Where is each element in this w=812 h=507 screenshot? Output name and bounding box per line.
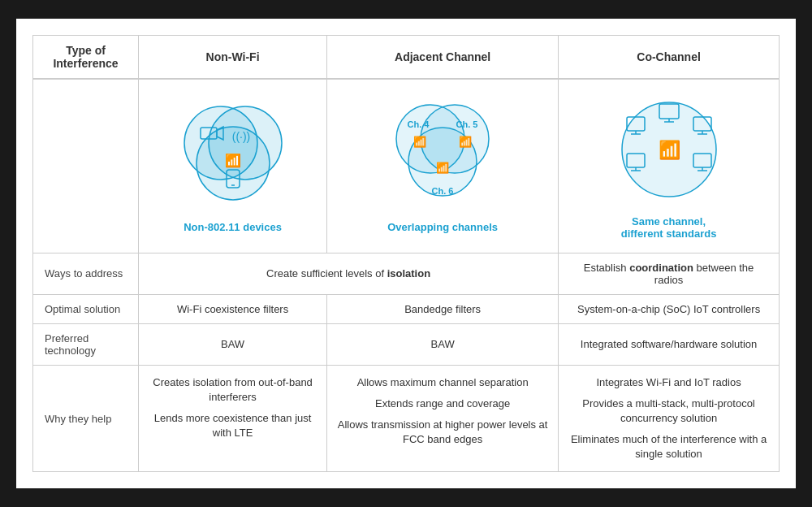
- why-row: Why they help Creates isolation from out…: [33, 365, 780, 472]
- nonwifi-svg: ((·)) 📶: [168, 98, 298, 212]
- why-col4: Integrates Wi-Fi and IoT radios Provides…: [559, 365, 780, 472]
- adjacent-label: Overlapping channels: [335, 221, 550, 233]
- svg-text:((·)): ((·)): [231, 130, 250, 143]
- diagram-row-label: [33, 79, 139, 254]
- cochannel-label: Same channel, different standards: [567, 215, 771, 240]
- optimal-label: Optimal solution: [33, 294, 139, 323]
- header-col3: Adjacent Channel: [327, 35, 559, 79]
- comparison-table: Type of Interference Non-Wi-Fi Adjacent …: [32, 35, 780, 473]
- svg-text:📶: 📶: [413, 135, 427, 149]
- preferred-col4: Integrated software/hardware solution: [559, 323, 780, 365]
- header-col4: Co-Channel: [559, 35, 780, 79]
- svg-text:Ch. 6: Ch. 6: [432, 186, 454, 196]
- optimal-col2: Wi-Fi coexistence filters: [139, 294, 327, 323]
- ways-col24: Create sufficient levels of isolation: [139, 253, 559, 294]
- svg-text:📶: 📶: [459, 135, 473, 149]
- optimal-row: Optimal solution Wi-Fi coexistence filte…: [33, 294, 780, 323]
- preferred-col2: BAW: [139, 323, 327, 365]
- adjacent-diagram-cell: Ch. 4 Ch. 5 Ch. 6 📶 📶 📶 Overlapping chan…: [327, 79, 559, 254]
- ways-row: Ways to address Create sufficient levels…: [33, 253, 780, 294]
- why-col2-p2: Lends more coexistence than just with LT…: [147, 411, 318, 440]
- why-col4-p1: Integrates Wi-Fi and IoT radios: [567, 375, 771, 390]
- preferred-label: Preferred technology: [33, 323, 139, 365]
- why-col4-p2: Provides a multi-stack, multi-protocol c…: [567, 396, 771, 426]
- why-col3-p3: Allows transmission at higher power leve…: [335, 418, 550, 447]
- optimal-col4: System-on-a-chip (SoC) IoT controllers: [559, 294, 780, 323]
- why-col4-p3: Eliminates much of the interference with…: [567, 432, 771, 462]
- why-label: Why they help: [33, 365, 139, 472]
- svg-text:📶: 📶: [225, 153, 241, 168]
- adjacent-svg: Ch. 4 Ch. 5 Ch. 6 📶 📶 📶: [378, 98, 508, 212]
- header-col2: Non-Wi-Fi: [139, 35, 327, 79]
- nonwifi-diagram-cell: ((·)) 📶 Non-802.11 devices: [139, 79, 327, 254]
- nonwifi-label: Non-802.11 devices: [147, 221, 318, 233]
- diagram-row: ((·)) 📶 Non-802.11 devices: [33, 79, 780, 254]
- main-card: Type of Interference Non-Wi-Fi Adjacent …: [16, 19, 796, 489]
- ways-label: Ways to address: [33, 253, 139, 294]
- why-col3-p2: Extends range and coverage: [335, 396, 550, 411]
- header-col1: Type of Interference: [33, 35, 139, 79]
- svg-text:Ch. 5: Ch. 5: [456, 119, 478, 129]
- why-col3-p1: Allows maximum channel separation: [335, 375, 550, 390]
- ways-col4: Establish coordination between the radio…: [559, 253, 780, 294]
- svg-text:📶: 📶: [658, 139, 680, 161]
- svg-text:📶: 📶: [436, 161, 450, 175]
- cochannel-svg: 📶: [604, 93, 734, 206]
- why-col2-p1: Creates isolation from out-of-band inter…: [147, 375, 318, 405]
- isolation-bold: isolation: [387, 267, 430, 280]
- preferred-row: Preferred technology BAW BAW Integrated …: [33, 323, 780, 365]
- optimal-col3: Bandedge filters: [327, 294, 559, 323]
- coordination-bold: coordination: [629, 262, 693, 274]
- preferred-col3: BAW: [327, 323, 559, 365]
- why-col2: Creates isolation from out-of-band inter…: [139, 365, 327, 472]
- cochannel-diagram-cell: 📶 Same channel, different standards: [559, 79, 780, 254]
- why-col3: Allows maximum channel separation Extend…: [327, 365, 559, 472]
- svg-text:Ch. 4: Ch. 4: [408, 119, 430, 129]
